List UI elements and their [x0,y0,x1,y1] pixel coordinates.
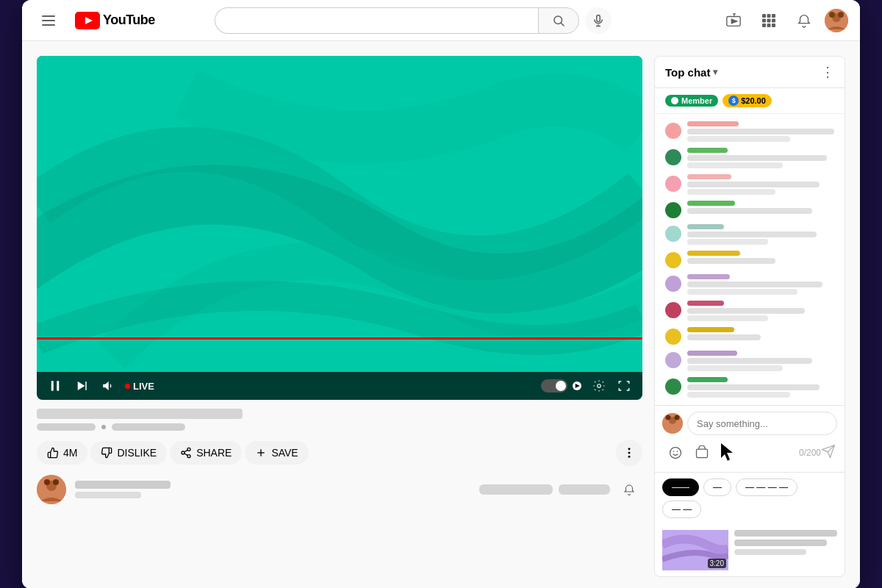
svg-rect-15 [767,18,770,22]
like-count: 4M [63,447,77,459]
channel-info [75,481,171,498]
video-meta-2 [112,423,185,431]
message-body [687,251,834,265]
account-avatar [825,9,848,32]
volume-button[interactable] [98,378,118,394]
apps-button[interactable] [754,6,784,35]
superchat-text: $20.00 [741,96,766,105]
bell-icon [623,483,636,496]
svg-rect-26 [57,381,59,391]
recommended-video[interactable]: 3:20 [655,524,845,576]
svg-rect-28 [85,381,87,390]
pause-icon [49,379,62,392]
svg-marker-8 [731,19,736,24]
send-icon [821,444,836,459]
thumbsdown-icon [101,447,112,459]
video-thumbnail[interactable] [37,56,642,372]
chip-3[interactable]: — — — — [736,478,797,496]
controls-right [541,378,634,394]
progress-bar[interactable] [37,337,642,340]
message-body [687,377,834,398]
chip-2[interactable]: — [703,478,731,496]
search-button[interactable] [538,7,579,34]
message-text [687,334,761,340]
message-body [687,201,834,215]
message-text-2 [687,136,790,142]
share-button[interactable]: SHARE [170,441,242,465]
svg-marker-29 [103,381,109,390]
list-item [655,118,845,145]
account-button[interactable] [825,9,848,32]
send-button[interactable] [821,444,836,462]
fullscreen-button[interactable] [614,378,634,394]
chip-all[interactable]: —— [662,478,699,496]
chat-menu-button[interactable]: ⋮ [821,64,834,80]
message-text [687,182,820,187]
chat-user-avatar [662,413,683,434]
superchat-badge[interactable]: $ $20.00 [723,94,772,107]
superchat-button[interactable] [690,441,714,465]
channel-avatar[interactable] [37,475,66,504]
message-text-2 [687,365,783,371]
settings-button[interactable] [589,378,609,394]
svg-point-42 [628,456,631,458]
message-body [687,301,834,321]
subscribe-bell-button[interactable] [616,476,642,503]
svg-rect-14 [762,18,766,22]
toggle-pill[interactable] [541,379,567,392]
pause-button[interactable] [46,378,65,394]
dislike-label: DISLIKE [117,447,157,459]
hamburger-button[interactable] [34,6,63,35]
subscribe-area [479,476,642,503]
message-avatar [665,302,681,318]
svg-rect-54 [697,449,708,458]
emoji-icon [668,445,683,460]
message-avatar [665,149,681,165]
rec-title-2 [734,539,827,546]
chip-4[interactable]: — — [662,501,701,518]
chat-header: Top chat ▾ ⋮ [655,57,845,88]
emoji-button[interactable] [664,441,687,465]
svg-line-3 [561,23,564,26]
svg-rect-18 [767,24,770,27]
list-item [655,271,845,298]
youtube-logo[interactable]: YouTube [75,12,155,29]
channel-subs [75,492,141,498]
chat-input-row [662,412,837,435]
list-item [655,145,845,171]
miniplayer-toggle[interactable] [541,379,584,392]
rec-thumbnail: 3:20 [662,530,728,570]
svg-rect-13 [772,14,775,18]
live-label: LIVE [133,381,154,392]
save-icon [255,447,267,459]
more-button[interactable] [616,440,642,466]
notifications-button[interactable] [789,6,819,35]
save-button[interactable]: SAVE [245,441,308,465]
live-badge: LIVE [125,381,154,392]
like-button[interactable]: 4M [37,441,87,465]
create-button[interactable] [719,6,748,35]
message-text [687,308,805,314]
svg-point-23 [838,12,844,18]
mic-button[interactable] [585,7,612,34]
message-avatar [665,202,681,218]
svg-point-33 [187,448,190,451]
chat-input[interactable] [687,412,837,435]
video-background [37,56,642,372]
search-input[interactable] [215,7,538,34]
header-actions [719,6,848,35]
message-body [687,274,834,295]
cursor-icon [718,442,739,464]
message-text-2 [687,162,783,168]
next-button[interactable] [72,378,91,394]
message-avatar [665,352,681,368]
member-badge[interactable]: Member [665,95,718,107]
meta-dot [101,425,106,429]
dislike-button[interactable]: DISLIKE [90,441,167,465]
browser-window: YouTube [22,0,860,588]
chat-panel: Top chat ▾ ⋮ Member $ $20.00 [654,56,845,577]
search-icon [552,14,565,27]
svg-point-40 [628,448,631,450]
video-meta-row [37,423,642,431]
message-text [687,384,820,390]
